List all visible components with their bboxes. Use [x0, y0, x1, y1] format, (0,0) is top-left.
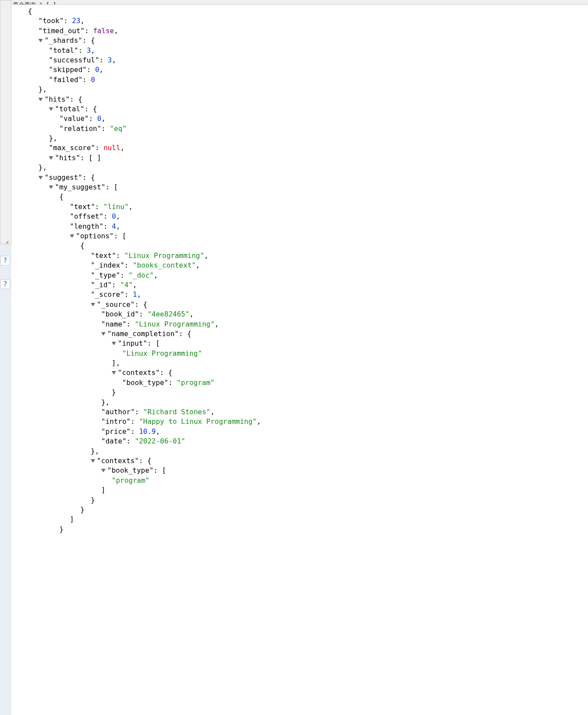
help-button-1[interactable]: ? — [0, 256, 10, 265]
toggle-icon[interactable] — [112, 342, 116, 345]
resize-icon: ◢ — [6, 239, 10, 243]
option-index: "books_context" — [133, 261, 196, 269]
toggle-icon[interactable] — [70, 234, 74, 238]
source-name: "Linux Programming" — [135, 320, 215, 328]
shards-successful: 3 — [108, 56, 112, 64]
option-score: 1 — [133, 290, 137, 299]
max-score: null — [103, 144, 120, 152]
toggle-icon[interactable] — [49, 186, 53, 189]
main-content: 复合查询 1 [ ] { "took": 23, "timed_out": fa… — [11, 0, 588, 715]
sidebar: ◢ ? ? — [0, 0, 11, 715]
toggle-icon[interactable] — [38, 39, 43, 42]
source-date: "2022-06-01" — [135, 437, 185, 445]
tab-title[interactable]: 复合查询 1 — [13, 1, 46, 5]
took-value: 23 — [72, 17, 80, 25]
toggle-icon[interactable] — [91, 459, 95, 463]
shards-total: 3 — [87, 46, 91, 55]
hits-total-value: 0 — [97, 114, 102, 123]
suggest-key: "my_suggest" — [55, 183, 106, 191]
hits-array: [ ] — [89, 154, 101, 162]
toggle-icon[interactable] — [38, 98, 43, 101]
option-text: "Linux Programming" — [124, 251, 204, 260]
context-book-type: "program" — [177, 378, 215, 387]
source-book-id: "4ee82465" — [147, 310, 189, 318]
input-value: "Linux Programming" — [122, 349, 202, 358]
toggle-icon[interactable] — [91, 303, 95, 306]
shards-skipped: 0 — [95, 65, 99, 74]
suggest-text: "linu" — [103, 203, 129, 211]
source-author: "Richard Stones" — [143, 408, 210, 416]
toggle-icon[interactable] — [101, 332, 106, 336]
source-price: 10.9 — [139, 427, 156, 436]
sidebar-resize-panel[interactable]: ◢ — [0, 0, 11, 244]
contexts-book-type: "program" — [112, 476, 150, 485]
tab-bar: 复合查询 1 [ ] — [11, 0, 588, 5]
option-id: "4" — [120, 281, 133, 289]
timed-out-value: false — [93, 27, 114, 35]
toggle-icon[interactable] — [101, 469, 106, 472]
help-button-2[interactable]: ? — [0, 279, 10, 289]
toggle-icon[interactable] — [112, 371, 116, 375]
toggle-icon[interactable] — [49, 156, 53, 160]
source-intro: "Happy to Linux Programming" — [139, 417, 257, 426]
suggest-length: 4 — [112, 222, 116, 230]
hits-relation: "eq" — [110, 124, 127, 133]
json-viewer: { "took": 23, "timed_out": false, "_shar… — [11, 5, 588, 534]
toggle-icon[interactable] — [38, 176, 43, 179]
shards-failed: 0 — [91, 76, 95, 84]
toggle-icon[interactable] — [49, 107, 53, 111]
suggest-offset: 0 — [112, 212, 116, 220]
option-type: "_doc" — [129, 271, 154, 279]
